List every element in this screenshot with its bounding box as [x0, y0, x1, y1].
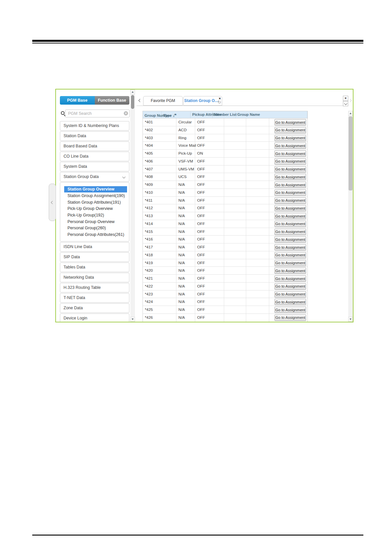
column-header[interactable]: Group Name — [236, 111, 305, 118]
table-row: *405 Pick-Up ON Go to Assignment — [143, 150, 307, 158]
scroll-down-icon[interactable] — [348, 317, 353, 322]
table-row: *411 N/A OFF Go to Assignment — [143, 197, 307, 205]
group-name-cell — [246, 181, 269, 189]
go-to-assignment-button[interactable]: Go to Assignment — [274, 135, 306, 141]
group-number-cell: *415 — [143, 228, 176, 236]
tab-favorite-pgm[interactable]: Favorite PGM — [143, 96, 183, 106]
type-cell: N/A — [176, 212, 195, 220]
table-row: *425 N/A OFF Go to Assignment — [143, 306, 307, 314]
go-to-assignment-button[interactable]: Go to Assignment — [274, 182, 306, 188]
go-to-assignment-button[interactable]: Go to Assignment — [274, 252, 306, 258]
app-screenshot-frame: PGM Base Function Base × System ID & Num… — [55, 89, 353, 322]
group-number-cell: *408 — [143, 173, 176, 181]
pickup-attribute-cell: OFF — [195, 267, 224, 274]
action-cell: Go to Assignment — [269, 173, 307, 181]
content-scrollbar-thumb[interactable] — [349, 116, 353, 190]
go-to-assignment-button[interactable]: Go to Assignment — [274, 267, 306, 274]
group-name-cell — [246, 197, 269, 204]
go-to-assignment-button[interactable]: Go to Assignment — [274, 307, 306, 313]
sidebar-collapse-handle[interactable] — [49, 184, 56, 221]
column-header[interactable]: Pickup Attribute — [191, 111, 213, 118]
sort-ascending-icon[interactable]: ↓a — [173, 113, 176, 117]
go-to-assignment-button[interactable]: Go to Assignment — [274, 150, 306, 157]
go-to-assignment-button[interactable]: Go to Assignment — [274, 315, 306, 321]
go-to-assignment-button[interactable]: Go to Assignment — [274, 283, 306, 290]
go-to-assignment-button[interactable]: Go to Assignment — [274, 142, 306, 149]
member-list-cell — [224, 126, 246, 134]
go-to-assignment-button[interactable]: Go to Assignment — [274, 119, 306, 125]
pickup-attribute-cell: OFF — [195, 181, 224, 189]
group-number-cell: *425 — [143, 306, 176, 314]
pickup-attribute-cell: OFF — [195, 236, 224, 243]
go-to-assignment-button[interactable]: Go to Assignment — [274, 166, 306, 172]
table-row: *418 N/A OFF Go to Assignment — [143, 251, 307, 259]
type-cell: N/A — [176, 275, 195, 282]
group-number-cell: *406 — [143, 158, 176, 165]
action-cell: Go to Assignment — [269, 165, 307, 173]
go-to-assignment-button[interactable]: Go to Assignment — [274, 127, 306, 133]
group-number-cell: *405 — [143, 150, 176, 157]
column-header[interactable]: Member List — [213, 111, 236, 118]
group-number-cell: *409 — [143, 181, 176, 189]
content-scrollbar[interactable] — [348, 111, 353, 322]
member-list-cell — [224, 228, 246, 236]
pickup-attribute-cell: ON — [195, 150, 224, 157]
action-cell: Go to Assignment — [269, 275, 307, 282]
member-list-cell — [224, 283, 246, 290]
group-number-cell: *412 — [143, 204, 176, 212]
go-to-assignment-button[interactable]: Go to Assignment — [274, 197, 306, 204]
close-pane-button[interactable]: × — [343, 96, 348, 101]
table-row: *424 N/A OFF Go to Assignment — [143, 298, 307, 306]
action-cell: Go to Assignment — [269, 314, 307, 322]
go-to-assignment-button[interactable]: Go to Assignment — [274, 291, 306, 297]
type-cell: N/A — [176, 298, 195, 306]
group-number-cell: *420 — [143, 267, 176, 274]
tab-nav-right-icon[interactable] — [349, 99, 352, 102]
group-number-cell: *413 — [143, 212, 176, 220]
refresh-tab-icon[interactable]: ↻ — [218, 100, 221, 104]
group-name-cell — [246, 142, 269, 149]
go-to-assignment-button[interactable]: Go to Assignment — [274, 205, 306, 211]
go-to-assignment-button[interactable]: Go to Assignment — [274, 174, 306, 180]
member-list-cell — [224, 267, 246, 274]
member-list-cell — [224, 290, 246, 298]
scroll-up-icon[interactable] — [348, 111, 353, 116]
collapse-pane-button[interactable] — [343, 101, 348, 106]
member-list-cell — [224, 306, 246, 314]
column-header[interactable] — [305, 111, 307, 118]
group-name-cell — [246, 275, 269, 282]
group-name-cell — [246, 204, 269, 212]
tab-nav-left-icon[interactable] — [139, 99, 142, 102]
type-cell: N/A — [176, 220, 195, 228]
type-cell: N/A — [176, 181, 195, 189]
column-header[interactable]: Type↓a — [162, 111, 191, 118]
go-to-assignment-button[interactable]: Go to Assignment — [274, 260, 306, 266]
action-cell: Go to Assignment — [269, 251, 307, 259]
go-to-assignment-button[interactable]: Go to Assignment — [274, 213, 306, 219]
go-to-assignment-button[interactable]: Go to Assignment — [274, 229, 306, 235]
pickup-attribute-cell: OFF — [195, 197, 224, 204]
tabbar-divider — [137, 106, 348, 106]
go-to-assignment-button[interactable]: Go to Assignment — [274, 275, 306, 282]
type-cell: N/A — [176, 243, 195, 251]
column-header[interactable]: Group Number↓a — [143, 111, 162, 118]
go-to-assignment-button[interactable]: Go to Assignment — [274, 244, 306, 250]
action-cell: Go to Assignment — [269, 267, 307, 274]
group-number-cell: *418 — [143, 251, 176, 259]
group-name-cell — [246, 189, 269, 196]
table-row: *410 N/A OFF Go to Assignment — [143, 189, 307, 197]
type-cell: N/A — [176, 228, 195, 236]
table-row: *421 N/A OFF Go to Assignment — [143, 275, 307, 283]
tab-station-group-overview[interactable]: Station Group O... × ↻ — [183, 96, 222, 106]
go-to-assignment-button[interactable]: Go to Assignment — [274, 189, 306, 196]
group-number-cell: *410 — [143, 189, 176, 196]
go-to-assignment-button[interactable]: Go to Assignment — [274, 158, 306, 164]
go-to-assignment-button[interactable]: Go to Assignment — [274, 236, 306, 242]
go-to-assignment-button[interactable]: Go to Assignment — [274, 221, 306, 227]
go-to-assignment-button[interactable]: Go to Assignment — [274, 299, 306, 305]
pickup-attribute-cell: OFF — [195, 306, 224, 314]
tab-label: Station Group O... — [184, 96, 222, 105]
group-name-cell — [246, 290, 269, 298]
type-cell: N/A — [176, 267, 195, 274]
action-cell: Go to Assignment — [269, 290, 307, 298]
